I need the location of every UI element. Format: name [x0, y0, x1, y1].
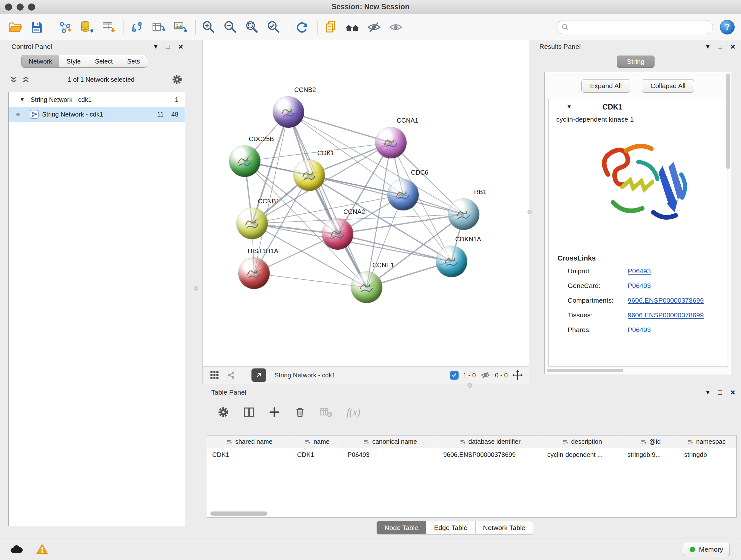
- split-handle[interactable]: [468, 383, 472, 388]
- tab-sets[interactable]: Sets: [120, 55, 147, 68]
- float-panel-icon[interactable]: □: [718, 43, 722, 50]
- tab-node-table[interactable]: Node Table: [377, 521, 426, 535]
- network-node-ccnb1[interactable]: [237, 208, 268, 239]
- column-header-name[interactable]: name: [292, 435, 342, 448]
- help-button[interactable]: ?: [720, 20, 735, 35]
- save-session-button[interactable]: [28, 18, 45, 36]
- column-header-@id[interactable]: @id: [622, 435, 679, 448]
- column-header-database-identifier[interactable]: database identifier: [438, 435, 542, 448]
- copy-annotations-button[interactable]: [322, 18, 339, 36]
- crosslink-link[interactable]: 9606.ENSP00000378699: [628, 311, 704, 319]
- table-cell[interactable]: CDK1: [292, 448, 342, 461]
- tab-network-table[interactable]: Network Table: [475, 521, 534, 535]
- network-node-ccna1[interactable]: [375, 127, 407, 159]
- crosslink-link[interactable]: P06493: [628, 282, 651, 290]
- hide-selected-button[interactable]: [365, 18, 383, 36]
- refresh-button[interactable]: [293, 18, 311, 36]
- table-options-gear-icon[interactable]: [218, 407, 229, 418]
- close-panel-icon[interactable]: ×: [731, 43, 735, 51]
- results-vertical-scrollbar[interactable]: [726, 73, 730, 169]
- expand-all-button[interactable]: Expand All: [582, 79, 630, 92]
- float-panel-icon[interactable]: □: [718, 389, 722, 396]
- network-collection-row[interactable]: ▼ String Network - cdk1 1: [9, 92, 185, 107]
- memory-button[interactable]: Memory: [683, 543, 730, 556]
- table-horizontal-scrollbar[interactable]: [210, 511, 267, 516]
- grid-view-icon[interactable]: [210, 370, 219, 380]
- warning-status-button[interactable]: [36, 543, 49, 555]
- crosslink-link[interactable]: P06493: [628, 267, 651, 275]
- table-row[interactable]: CDK1CDK1P064939606.ENSP00000378699cyclin…: [207, 448, 736, 461]
- section-collapse-icon[interactable]: ▼: [566, 104, 572, 110]
- crosslinks-heading: CrossLinks: [557, 254, 728, 262]
- zoom-fit-button[interactable]: [244, 18, 261, 36]
- delete-column-icon[interactable]: [294, 407, 306, 418]
- first-neighbors-button[interactable]: [128, 18, 145, 36]
- network-node-cdc6[interactable]: [387, 179, 419, 210]
- control-panel-title: Control Panel: [11, 43, 52, 51]
- open-in-window-button[interactable]: [252, 368, 266, 382]
- network-node-cdk1[interactable]: [293, 160, 325, 191]
- open-session-button[interactable]: [6, 18, 23, 36]
- zoom-in-button[interactable]: [200, 18, 217, 36]
- close-panel-icon[interactable]: ×: [731, 388, 735, 396]
- crosslink-link[interactable]: P06493: [628, 326, 651, 334]
- network-node-ccnb2[interactable]: [273, 97, 304, 128]
- tab-style[interactable]: Style: [59, 55, 88, 68]
- show-panels-button[interactable]: [344, 18, 361, 36]
- network-node-cdc25b[interactable]: [229, 145, 260, 177]
- network-canvas[interactable]: CCNB2CCNA1CDC25BCDK1CDC6RB1CCNB1CCNA2CDK…: [202, 40, 529, 366]
- column-header-namespac[interactable]: namespac: [679, 435, 734, 448]
- network-node-ccne1[interactable]: [351, 272, 382, 303]
- column-header-description[interactable]: description: [542, 435, 622, 448]
- split-handle[interactable]: [528, 210, 532, 214]
- show-columns-icon[interactable]: [243, 407, 255, 418]
- crosslink-link[interactable]: 9606.ENSP00000378699: [628, 297, 704, 304]
- collapse-panel-icon[interactable]: ▾: [706, 389, 710, 396]
- add-column-icon[interactable]: [269, 407, 280, 418]
- table-cell[interactable]: 9606.ENSP00000378699: [438, 448, 542, 461]
- cloud-status-button[interactable]: [10, 543, 23, 555]
- collapse-panel-icon[interactable]: ▾: [706, 43, 710, 50]
- import-network-button[interactable]: [57, 18, 74, 36]
- tab-edge-table[interactable]: Edge Table: [426, 521, 475, 535]
- network-node-ccna2[interactable]: [322, 219, 353, 250]
- network-row-selected[interactable]: String Network - cdk1 11 48: [9, 107, 185, 122]
- control-panel-header: Control Panel ▾ □ ×: [3, 41, 189, 52]
- pan-crosshair-icon[interactable]: [512, 370, 523, 381]
- collapse-all-button[interactable]: Collapse All: [642, 79, 694, 92]
- share-view-icon[interactable]: [226, 370, 236, 380]
- table-cell[interactable]: stringdb:9...: [622, 448, 679, 461]
- expand-all-icon[interactable]: [9, 75, 18, 84]
- collapse-all-icon[interactable]: [21, 75, 30, 84]
- tab-string[interactable]: String: [617, 56, 655, 68]
- zoom-out-button[interactable]: [222, 18, 239, 36]
- gene-section-header[interactable]: ▼ CDK1: [549, 99, 728, 115]
- table-cell[interactable]: P06493: [342, 448, 438, 461]
- collapse-panel-icon[interactable]: ▾: [154, 43, 157, 50]
- table-cell[interactable]: cyclin-dependent ...: [542, 448, 622, 461]
- float-panel-icon[interactable]: □: [166, 43, 170, 50]
- table-cell[interactable]: stringdb: [679, 448, 734, 461]
- column-header-canonical-name[interactable]: canonical name: [342, 435, 438, 448]
- selected-checkbox-icon[interactable]: [450, 371, 459, 380]
- close-panel-icon[interactable]: ×: [179, 43, 183, 51]
- search-input[interactable]: [571, 23, 708, 30]
- results-horizontal-scrollbar[interactable]: [547, 369, 623, 372]
- zoom-selected-button[interactable]: [265, 18, 282, 36]
- network-from-table-button[interactable]: [150, 18, 167, 36]
- tab-network[interactable]: Network: [21, 55, 59, 68]
- table-cell[interactable]: CDK1: [207, 448, 292, 461]
- network-node-hist1h1a[interactable]: [239, 258, 270, 289]
- import-table-button[interactable]: [100, 18, 117, 36]
- network-selection-status: 1 of 1 Network selected: [30, 76, 172, 83]
- tree-expand-icon[interactable]: ▼: [19, 97, 25, 103]
- show-hidden-button[interactable]: [387, 18, 404, 36]
- export-image-button[interactable]: [172, 18, 189, 36]
- column-header-shared-name[interactable]: shared name: [207, 435, 292, 448]
- tab-select[interactable]: Select: [88, 55, 120, 68]
- import-database-button[interactable]: [78, 18, 95, 36]
- options-gear-icon[interactable]: [172, 74, 183, 85]
- network-node-cdkn1a[interactable]: [436, 246, 467, 277]
- network-node-rb1[interactable]: [448, 199, 479, 230]
- split-handle[interactable]: [194, 286, 198, 291]
